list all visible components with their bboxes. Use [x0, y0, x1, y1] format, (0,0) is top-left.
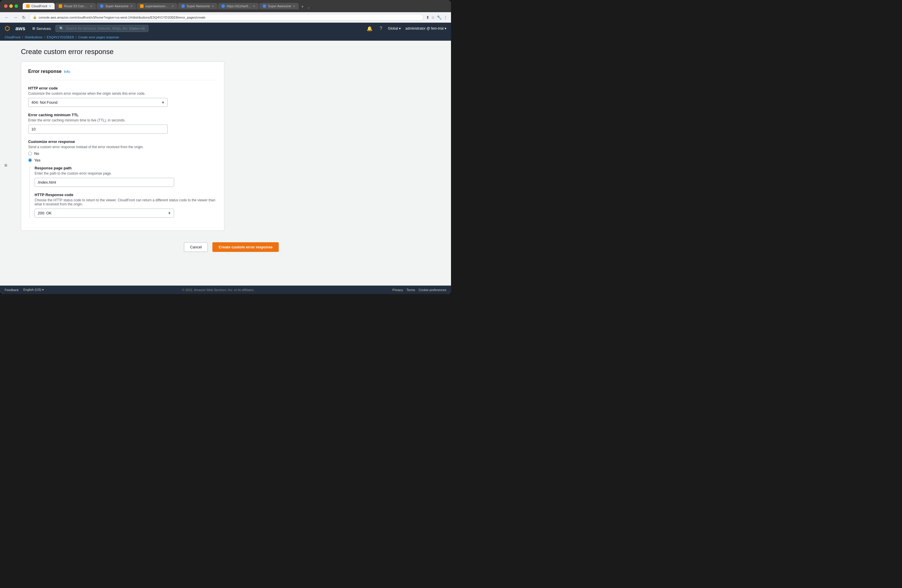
tab-close-super3[interactable]: ✕: [293, 5, 295, 8]
breadcrumb-cloudfront[interactable]: CloudFront: [5, 36, 20, 39]
language-link[interactable]: English (US) ▾: [23, 288, 44, 292]
tab-close-cloudfront[interactable]: ✕: [49, 5, 51, 8]
tab-favicon-xyz: [140, 5, 144, 8]
nested-fields: Response page path Enter the path to the…: [29, 166, 217, 217]
address-text: console.aws.amazon.com/cloudfront/v3/hom…: [39, 16, 420, 19]
http-response-code-group: HTTP Response code Choose the HTTP statu…: [34, 192, 217, 217]
tab-cloudfront[interactable]: CloudFront ✕: [23, 3, 55, 9]
traffic-light-yellow[interactable]: [9, 5, 13, 8]
tab-superawesome-xyz[interactable]: superawesome.xyz ✕: [136, 3, 177, 9]
extensions-button[interactable]: 🔧: [437, 15, 442, 20]
section-header: Error response Info: [28, 69, 217, 74]
tab-super-awesome-1[interactable]: Super Awesome ✕: [97, 3, 136, 9]
privacy-link[interactable]: Privacy: [393, 288, 403, 292]
tab-label-xyz: superawesome.xyz: [145, 5, 170, 8]
http-error-code-group: HTTP error code Customize the custom err…: [28, 86, 217, 107]
radio-yes-input[interactable]: [28, 158, 32, 162]
tab-favicon-route53: [59, 5, 62, 8]
breadcrumb-sep-2: /: [44, 36, 45, 39]
tab-super-awesome-2[interactable]: Super Awesome ✕: [178, 3, 218, 9]
radio-yes[interactable]: Yes: [28, 158, 217, 163]
browser-window: CloudFront ✕ Route 53 Console : ✕ Super …: [0, 0, 451, 294]
tab-d1zhar[interactable]: https://d1zhar9nfx ✕: [218, 3, 258, 9]
form-card: Error response Info HTTP error code Cust…: [21, 62, 224, 231]
search-bar[interactable]: 🔍 [Option+S]: [55, 25, 149, 32]
tab-label-route53: Route 53 Console :: [64, 5, 88, 8]
grid-icon: ⊞: [32, 27, 35, 31]
tab-close-super1[interactable]: ✕: [130, 5, 133, 8]
address-bar[interactable]: 🔒 console.aws.amazon.com/cloudfront/v3/h…: [29, 14, 424, 20]
tab-close-route53[interactable]: ✕: [90, 5, 92, 8]
tab-super-awesome-3[interactable]: Super Awesome ✕: [259, 3, 299, 9]
breadcrumb-distributions[interactable]: Distributions: [25, 36, 42, 39]
error-caching-ttl-label: Error caching minimum TTL: [28, 113, 217, 117]
http-error-code-label: HTTP error code: [28, 86, 217, 90]
tab-favicon-d1zhar: [221, 5, 225, 8]
create-button[interactable]: Create custom error response: [212, 242, 279, 252]
breadcrumb-distribution-id[interactable]: ESQ4V1YD1DEE8: [47, 36, 74, 39]
tab-label-d1zhar: https://d1zhar9nfx: [227, 5, 251, 8]
sidebar: ≡: [0, 41, 12, 286]
help-icon[interactable]: ?: [379, 26, 382, 31]
search-icon: 🔍: [59, 27, 64, 31]
terms-link[interactable]: Terms: [407, 288, 415, 292]
search-shortcut: [Option+S]: [130, 27, 145, 30]
traffic-light-green[interactable]: [14, 5, 18, 8]
lock-icon: 🔒: [33, 16, 37, 19]
footer-left: Feedback English (US) ▾: [5, 288, 44, 292]
info-link[interactable]: Info: [64, 69, 70, 74]
http-error-code-desc: Customize the custom error response when…: [28, 92, 217, 95]
breadcrumb: CloudFront / Distributions / ESQ4V1YD1DE…: [0, 34, 451, 41]
tab-favicon-super1: [100, 5, 103, 8]
bookmark-button[interactable]: ☆: [431, 15, 435, 20]
response-page-path-desc: Enter the path to the custom error respo…: [34, 171, 217, 175]
divider-1: [28, 80, 217, 80]
cancel-button[interactable]: Cancel: [184, 242, 208, 252]
sidebar-toggle[interactable]: ≡: [5, 45, 8, 286]
form-actions: Cancel Create custom error response: [21, 238, 442, 256]
forward-button[interactable]: →: [12, 14, 19, 20]
radio-no[interactable]: No: [28, 152, 217, 156]
back-button[interactable]: ←: [3, 14, 10, 20]
breadcrumb-current: Create error pages response: [78, 36, 119, 39]
http-error-code-select[interactable]: 404: Not Found 400: Bad Request 403: For…: [28, 98, 168, 107]
response-page-path-input[interactable]: [34, 178, 174, 187]
browser-nav: ← → ↻ 🔒 console.aws.amazon.com/cloudfron…: [0, 12, 451, 23]
tabs-bar: CloudFront ✕ Route 53 Console : ✕ Super …: [23, 3, 447, 9]
tab-label-super3: Super Awesome: [268, 5, 291, 8]
tab-route53[interactable]: Route 53 Console : ✕: [55, 3, 96, 9]
menu-button[interactable]: ⋮: [443, 15, 448, 20]
radio-no-input[interactable]: [28, 152, 32, 155]
customize-error-response-label: Customize error response: [28, 139, 217, 144]
nav-actions: ⬆ ☆ 🔧 ⋮: [426, 15, 448, 20]
tab-close-super2[interactable]: ✕: [211, 5, 214, 8]
cookie-link[interactable]: Cookie preferences: [419, 288, 446, 292]
tabs-chevron[interactable]: ⌄: [306, 5, 311, 9]
browser-titlebar: CloudFront ✕ Route 53 Console : ✕ Super …: [0, 0, 451, 12]
refresh-button[interactable]: ↻: [21, 14, 27, 20]
new-tab-button[interactable]: +: [299, 4, 305, 9]
breadcrumb-sep-1: /: [22, 36, 23, 39]
footer-copyright: © 2021, Amazon Web Services, Inc. or its…: [182, 288, 254, 292]
http-response-code-select[interactable]: 200: OK 301: Moved Permanently 302: Foun…: [34, 209, 174, 217]
services-button[interactable]: ⊞ Services: [32, 27, 51, 31]
customize-error-response-desc: Send a custom error response instead of …: [28, 145, 217, 149]
feedback-link[interactable]: Feedback: [5, 288, 19, 292]
customize-error-response-group: Customize error response Send a custom e…: [28, 139, 217, 217]
aws-wordmark: aws: [16, 25, 25, 32]
tab-close-d1zhar[interactable]: ✕: [253, 5, 255, 8]
notification-icon[interactable]: 🔔: [367, 26, 373, 31]
services-label: Services: [36, 27, 51, 31]
main-content: Create custom error response Error respo…: [12, 41, 451, 286]
section-title: Error response: [28, 69, 62, 74]
share-button[interactable]: ⬆: [426, 15, 429, 20]
response-page-path-label: Response page path: [34, 166, 217, 170]
error-caching-ttl-input[interactable]: [28, 125, 168, 134]
tab-label-super2: Super Awesome: [186, 5, 210, 8]
page-title: Create custom error response: [21, 48, 442, 56]
user-button[interactable]: administrator @ fem-trial ▾: [406, 27, 446, 31]
traffic-light-red[interactable]: [4, 5, 8, 8]
tab-close-xyz[interactable]: ✕: [171, 5, 174, 8]
search-input[interactable]: [66, 27, 127, 31]
global-button[interactable]: Global ▾: [388, 27, 401, 31]
